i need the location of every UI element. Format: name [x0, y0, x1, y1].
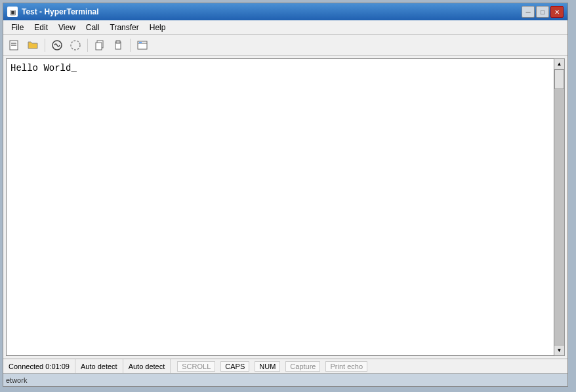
- copy-button[interactable]: [91, 37, 108, 53]
- capture-indicator: Capture: [285, 361, 320, 372]
- scrollbar-track[interactable]: [554, 69, 564, 345]
- scroll-indicator: SCROLL: [177, 361, 215, 372]
- title-bar-left: ▣ Test - HyperTerminal: [7, 7, 99, 17]
- menu-bar: File Edit View Call Transfer Help: [3, 20, 567, 35]
- bottom-text: etwork: [6, 376, 27, 384]
- menu-transfer[interactable]: Transfer: [105, 22, 144, 33]
- bottom-bar: etwork: [3, 373, 567, 386]
- menu-edit[interactable]: Edit: [29, 22, 53, 33]
- scroll-up-arrow[interactable]: ▲: [554, 59, 564, 69]
- terminal-wrapper: Hello World_ ▲ ▼: [3, 56, 567, 359]
- app-icon: ▣: [7, 7, 18, 17]
- toolbar-sep-1: [45, 39, 45, 52]
- main-window: ▣ Test - HyperTerminal ─ □ ✕ File Edit V…: [3, 3, 568, 387]
- status-bar: Connected 0:01:09 Auto detect Auto detec…: [3, 359, 567, 373]
- menu-help[interactable]: Help: [144, 22, 171, 33]
- print-echo-indicator: Print echo: [325, 361, 367, 372]
- svg-rect-8: [116, 41, 120, 43]
- svg-rect-6: [96, 43, 102, 50]
- disconnect-button[interactable]: [67, 37, 84, 53]
- toolbar: [3, 35, 567, 56]
- terminal-content: Hello World_: [10, 63, 550, 73]
- title-bar-buttons: ─ □ ✕: [522, 6, 564, 18]
- window-title: Test - HyperTerminal: [22, 7, 99, 16]
- svg-rect-11: [139, 42, 142, 43]
- new-connection-button[interactable]: [6, 37, 23, 53]
- open-button[interactable]: [24, 37, 41, 53]
- menu-call[interactable]: Call: [81, 22, 105, 33]
- svg-point-4: [71, 41, 80, 50]
- status-connected: Connected 0:01:09: [3, 359, 75, 373]
- status-auto-detect-1: Auto detect: [75, 359, 123, 373]
- status-auto-detect-2: Auto detect: [123, 359, 171, 373]
- title-bar: ▣ Test - HyperTerminal ─ □ ✕: [3, 3, 567, 20]
- minimize-button[interactable]: ─: [522, 6, 535, 18]
- scrollbar-thumb[interactable]: [554, 69, 564, 89]
- paste-button[interactable]: [110, 37, 127, 53]
- menu-view[interactable]: View: [53, 22, 81, 33]
- num-indicator: NUM: [255, 361, 280, 372]
- toolbar-sep-3: [130, 39, 131, 52]
- properties-button[interactable]: [134, 37, 151, 53]
- dial-button[interactable]: [49, 37, 66, 53]
- close-button[interactable]: ✕: [550, 6, 564, 18]
- restore-button[interactable]: □: [536, 6, 549, 18]
- scrollbar[interactable]: ▲ ▼: [554, 58, 565, 356]
- caps-indicator: CAPS: [220, 361, 249, 372]
- terminal-area[interactable]: Hello World_: [6, 58, 554, 356]
- toolbar-sep-2: [87, 39, 88, 52]
- menu-file[interactable]: File: [6, 22, 29, 33]
- scroll-down-arrow[interactable]: ▼: [554, 345, 564, 355]
